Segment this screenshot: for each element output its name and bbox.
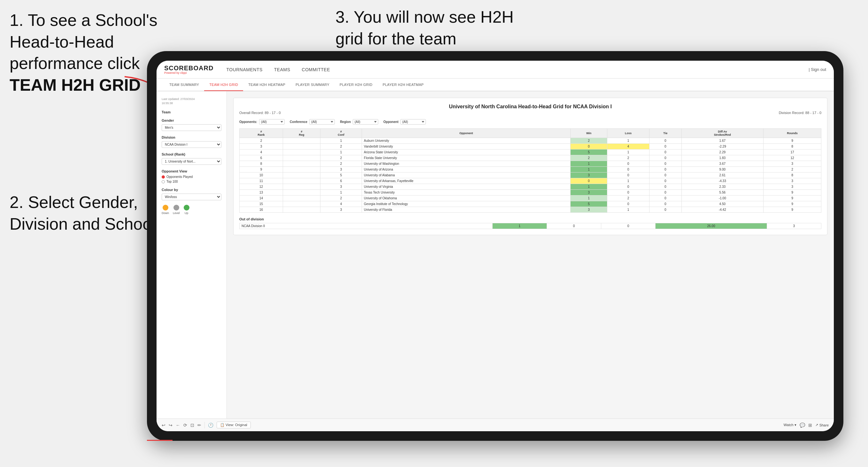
- tablet-screen: SCOREBOARD Powered by clippi TOURNAMENTS…: [157, 61, 834, 431]
- cell-win: 1: [570, 167, 607, 173]
- color-legend: Down Level Up: [162, 205, 221, 215]
- cell-rounds: 9: [764, 207, 822, 213]
- cell-opponent: University of Arkansas, Fayetteville: [362, 178, 570, 184]
- col-reg: #Reg: [283, 129, 320, 138]
- opponent-select[interactable]: (All): [400, 119, 426, 125]
- team-section: Team: [162, 110, 221, 114]
- cell-rank: 9: [240, 167, 283, 173]
- table-row: 13 1 Texas Tech University 3 0 0 5.56 9: [240, 190, 822, 195]
- refresh-icon[interactable]: ⟳: [183, 423, 187, 428]
- cell-reg: [283, 178, 320, 184]
- opponents-select[interactable]: (All): [259, 119, 285, 125]
- cell-loss: 1: [607, 207, 649, 213]
- cell-loss: 0: [607, 167, 649, 173]
- cell-reg: [283, 155, 320, 161]
- legend-up: Up: [184, 205, 189, 215]
- cell-reg: [283, 173, 320, 178]
- opponent-filter: Opponent (All): [383, 119, 426, 125]
- cell-conf: 3: [320, 207, 362, 213]
- sub-nav-player-h2h-heatmap[interactable]: PLAYER H2H HEATMAP: [378, 79, 429, 91]
- conference-filter: Conference (All): [290, 119, 335, 125]
- sign-out-button[interactable]: | Sign out: [809, 67, 826, 72]
- undo-icon[interactable]: ↩: [162, 423, 165, 428]
- cell-opponent: University of Oklahoma: [362, 195, 570, 201]
- sub-nav-team-h2h-grid[interactable]: TEAM H2H GRID: [204, 79, 243, 91]
- gender-select[interactable]: Men's: [162, 124, 221, 131]
- back-icon[interactable]: ←: [176, 423, 180, 428]
- sub-nav-team-summary[interactable]: TEAM SUMMARY: [164, 79, 204, 91]
- redo-icon[interactable]: ↪: [169, 423, 173, 428]
- clock-icon[interactable]: 🕐: [208, 423, 213, 428]
- region-select[interactable]: (All): [353, 119, 378, 125]
- sub-nav-player-summary[interactable]: PLAYER SUMMARY: [290, 79, 335, 91]
- division-select[interactable]: NCAA Division I: [162, 141, 221, 148]
- pencil-icon[interactable]: ✏: [197, 423, 201, 428]
- grid-icon[interactable]: ⊞: [808, 423, 812, 428]
- cell-diff: 2.33: [681, 184, 764, 190]
- colour-select[interactable]: Win/loss: [162, 193, 221, 200]
- radio-opponents-played[interactable]: Opponents Played: [162, 175, 221, 179]
- table-row: 9 3 University of Arizona 1 0 0 9.00 2: [240, 167, 822, 173]
- sub-nav-player-h2h-grid[interactable]: PLAYER H2H GRID: [335, 79, 378, 91]
- team-label: Team: [162, 110, 221, 114]
- cell-win: 5: [570, 201, 607, 207]
- cell-reg: [283, 190, 320, 195]
- opponents-label: Opponents:: [239, 120, 257, 124]
- legend-down: Down: [162, 205, 169, 215]
- out-of-division: Out of division NCAA Division II 1 0 0 2…: [239, 217, 822, 229]
- cell-rounds: 9: [764, 201, 822, 207]
- radio-dot-opponents: [162, 175, 165, 179]
- region-label: Region: [340, 120, 351, 124]
- cell-win: 0: [570, 178, 607, 184]
- cell-opponent: University of Arizona: [362, 167, 570, 173]
- cell-reg: [283, 207, 320, 213]
- cell-conf: 1: [320, 190, 362, 195]
- col-rank: #Rank: [240, 129, 283, 138]
- nav-committee[interactable]: COMMITTEE: [302, 66, 330, 73]
- cell-rank: 15: [240, 201, 283, 207]
- cell-rounds: 8: [764, 144, 822, 150]
- cell-reg: [283, 144, 320, 150]
- legend-level-dot: [174, 205, 179, 211]
- cell-tie: 0: [649, 161, 681, 167]
- nav-teams[interactable]: TEAMS: [274, 66, 290, 73]
- cell-loss: 0: [607, 201, 649, 207]
- cell-loss: 0: [607, 161, 649, 167]
- conference-label: Conference: [290, 120, 307, 124]
- cell-rank: 6: [240, 155, 283, 161]
- table-row: 14 2 University of Oklahoma 1 2 0 -1.00 …: [240, 195, 822, 201]
- cell-tie: 0: [649, 178, 681, 184]
- cell-rounds: 9: [764, 195, 822, 201]
- cell-conf: 4: [320, 201, 362, 207]
- cell-opponent: University of Alabama: [362, 173, 570, 178]
- cell-loss: 1: [607, 178, 649, 184]
- cell-reg: [283, 161, 320, 167]
- table-row: 4 1 Arizona State University 5 1 0 2.29 …: [240, 150, 822, 155]
- left-panel: Last Updated: 27/03/2024 16:55:38 Team G…: [157, 91, 227, 418]
- cell-loss: 2: [607, 195, 649, 201]
- watch-button[interactable]: Watch ▾: [784, 423, 797, 427]
- cell-tie: 0: [649, 150, 681, 155]
- cell-diff: 3.67: [681, 161, 764, 167]
- crop-icon[interactable]: ⊡: [190, 423, 194, 428]
- radio-top100[interactable]: Top 100: [162, 180, 221, 183]
- conference-select[interactable]: (All): [309, 119, 335, 125]
- cell-diff: 4.50: [681, 201, 764, 207]
- sub-nav-team-h2h-heatmap[interactable]: TEAM H2H HEATMAP: [243, 79, 290, 91]
- nav-tournaments[interactable]: TOURNAMENTS: [226, 66, 262, 73]
- legend-level: Level: [173, 205, 180, 215]
- tablet-frame: SCOREBOARD Powered by clippi TOURNAMENTS…: [147, 51, 843, 441]
- table-row: 15 4 Georgia Institute of Technology 5 0…: [240, 201, 822, 207]
- timestamp: Last Updated: 27/03/2024 16:55:38: [162, 97, 221, 105]
- legend-down-dot: [163, 205, 168, 211]
- cell-diff: -2.29: [681, 144, 764, 150]
- cell-diff: -4.42: [681, 207, 764, 213]
- school-select[interactable]: 1. University of Nort...: [162, 158, 221, 165]
- view-original-button[interactable]: 📋 View: Original: [217, 422, 251, 428]
- share-button[interactable]: ↗ Share: [815, 423, 829, 427]
- cell-rounds: 2: [764, 167, 822, 173]
- logo-area: SCOREBOARD Powered by clippi: [164, 64, 213, 74]
- app-nav: SCOREBOARD Powered by clippi TOURNAMENTS…: [157, 61, 834, 79]
- comment-icon[interactable]: 💬: [800, 423, 805, 428]
- cell-conf: 2: [320, 195, 362, 201]
